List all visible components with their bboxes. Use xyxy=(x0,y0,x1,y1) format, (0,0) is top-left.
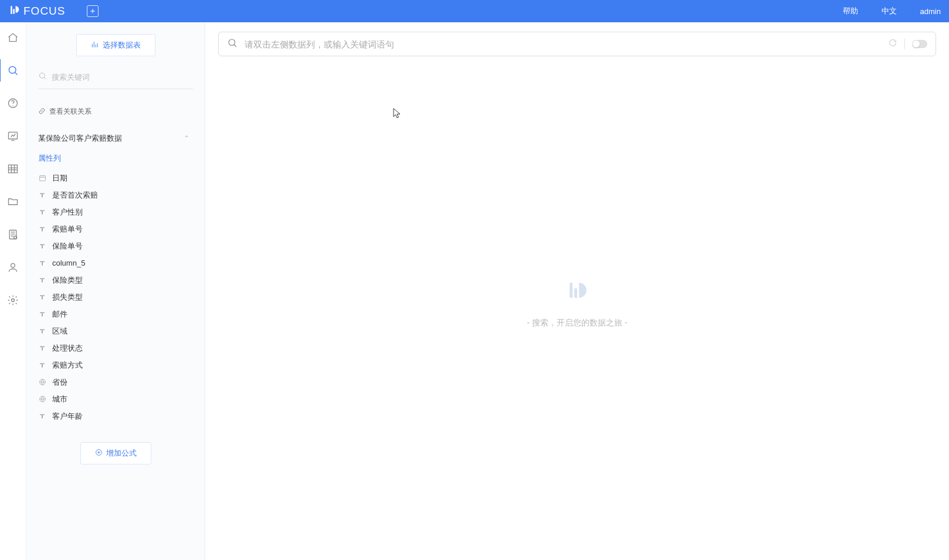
column-label: 损失类型 xyxy=(52,292,83,303)
divider xyxy=(904,39,905,49)
column-item[interactable]: 索赔单号 xyxy=(38,220,193,237)
column-label: 日期 xyxy=(52,173,67,184)
column-label: 是否首次索赔 xyxy=(52,190,98,201)
nav-help[interactable] xyxy=(6,97,19,110)
nav-search[interactable] xyxy=(6,64,19,77)
main-search-input[interactable] xyxy=(245,39,881,49)
column-label: 索赔单号 xyxy=(52,224,83,235)
chart-icon xyxy=(91,40,99,50)
svg-point-0 xyxy=(9,66,16,73)
help-link[interactable]: 帮助 xyxy=(843,6,858,16)
nav-home[interactable] xyxy=(6,31,19,44)
empty-state-text: - 搜索，开启您的数据之旅 - xyxy=(527,318,627,328)
nav-settings[interactable] xyxy=(6,294,19,307)
text-type-icon xyxy=(38,310,46,318)
text-type-icon xyxy=(38,242,46,250)
app-logo[interactable]: FOCUS xyxy=(8,4,66,19)
column-item[interactable]: column_5 xyxy=(38,254,193,271)
column-item[interactable]: 客户年龄 xyxy=(38,408,193,425)
column-label: 省份 xyxy=(52,377,67,388)
column-item[interactable]: 索赔方式 xyxy=(38,357,193,374)
column-label: 保险类型 xyxy=(52,275,83,286)
text-type-icon xyxy=(38,412,46,420)
search-icon xyxy=(38,72,47,83)
refresh-icon[interactable] xyxy=(888,38,897,50)
svg-point-8 xyxy=(12,299,15,302)
column-item[interactable]: 保险单号 xyxy=(38,237,193,254)
column-label: 处理状态 xyxy=(52,343,83,354)
column-label: 索赔方式 xyxy=(52,360,83,371)
svg-point-14 xyxy=(229,39,235,46)
select-table-label: 选择数据表 xyxy=(103,40,141,50)
text-type-icon xyxy=(38,191,46,199)
language-switch[interactable]: 中文 xyxy=(882,6,897,16)
select-table-button[interactable]: 选择数据表 xyxy=(76,34,155,56)
column-label: 城市 xyxy=(52,394,67,405)
column-item[interactable]: 省份 xyxy=(38,374,193,391)
table-expand-header[interactable]: 某保险公司客户索赔数据 ⌃ xyxy=(38,133,193,144)
column-item[interactable]: 邮件 xyxy=(38,306,193,323)
link-icon xyxy=(38,107,46,117)
column-item[interactable]: 日期 xyxy=(38,169,193,186)
nav-folder[interactable] xyxy=(6,195,19,208)
column-label: 客户年龄 xyxy=(52,411,83,422)
text-type-icon xyxy=(38,361,46,369)
nav-user[interactable] xyxy=(6,261,19,274)
column-item[interactable]: 城市 xyxy=(38,391,193,408)
column-label: 区域 xyxy=(52,326,67,337)
text-type-icon xyxy=(38,344,46,352)
logo-icon xyxy=(8,4,20,19)
column-label: 邮件 xyxy=(52,309,67,320)
add-formula-label: 增加公式 xyxy=(106,448,137,459)
new-tab-button[interactable]: ＋ xyxy=(87,5,99,17)
empty-state-icon xyxy=(564,279,591,304)
plus-icon: ＋ xyxy=(89,6,97,16)
cursor-pointer-icon xyxy=(393,108,401,121)
add-formula-button[interactable]: 增加公式 xyxy=(80,442,151,464)
svg-point-9 xyxy=(40,73,45,79)
plus-circle-icon xyxy=(95,449,103,458)
svg-point-7 xyxy=(11,263,15,267)
svg-rect-4 xyxy=(9,165,18,172)
table-name: 某保险公司客户索赔数据 xyxy=(38,133,122,144)
mode-toggle[interactable] xyxy=(912,40,927,48)
svg-point-2 xyxy=(12,106,13,106)
column-label: 客户性别 xyxy=(52,207,83,218)
text-type-icon xyxy=(38,259,46,267)
geo-type-icon xyxy=(38,378,46,386)
relation-text: 查看关联关系 xyxy=(49,107,91,117)
chevron-up-icon: ⌃ xyxy=(184,134,189,142)
text-type-icon xyxy=(38,208,46,216)
nav-dashboard[interactable] xyxy=(6,130,19,142)
column-item[interactable]: 保险类型 xyxy=(38,271,193,289)
text-type-icon xyxy=(38,293,46,301)
sidebar-search-input[interactable] xyxy=(52,73,193,82)
main-searchbar xyxy=(218,32,936,56)
column-item[interactable]: 区域 xyxy=(38,323,193,340)
nav-table[interactable] xyxy=(6,162,19,175)
column-item[interactable]: 损失类型 xyxy=(38,289,193,306)
svg-rect-5 xyxy=(9,230,16,239)
view-relations-link[interactable]: 查看关联关系 xyxy=(38,107,193,117)
nav-report[interactable] xyxy=(6,228,19,241)
column-label: column_5 xyxy=(52,259,85,267)
app-name: FOCUS xyxy=(23,5,66,18)
date-type-icon xyxy=(38,174,46,182)
svg-rect-10 xyxy=(39,176,45,181)
text-type-icon xyxy=(38,276,46,284)
column-item[interactable]: 客户性别 xyxy=(38,203,193,220)
column-label: 保险单号 xyxy=(52,241,83,252)
column-item[interactable]: 处理状态 xyxy=(38,340,193,357)
search-icon xyxy=(227,38,238,50)
text-type-icon xyxy=(38,225,46,233)
user-menu[interactable]: admin xyxy=(920,7,941,16)
column-list: 日期是否首次索赔客户性别索赔单号保险单号column_5保险类型损失类型邮件区域… xyxy=(38,169,193,425)
attr-section-label: 属性列 xyxy=(38,153,193,164)
geo-type-icon xyxy=(38,395,46,403)
text-type-icon xyxy=(38,327,46,335)
column-item[interactable]: 是否首次索赔 xyxy=(38,186,193,203)
